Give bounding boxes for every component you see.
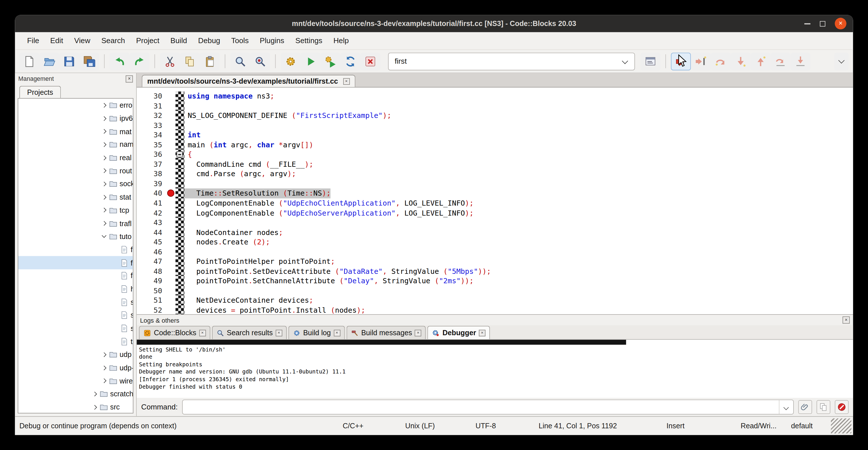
line-number[interactable]: 48	[137, 266, 167, 276]
fold-margin[interactable]	[176, 276, 184, 286]
maximize-icon[interactable]	[820, 21, 825, 26]
fold-margin[interactable]	[176, 150, 184, 160]
tree-item[interactable]: real	[18, 151, 133, 164]
build-target-options-button[interactable]	[641, 52, 660, 70]
fold-margin[interactable]	[176, 237, 184, 247]
undo-button[interactable]	[110, 52, 129, 70]
code-text[interactable]	[184, 179, 188, 189]
code-line[interactable]: 50	[137, 286, 853, 296]
line-number[interactable]: 42	[137, 208, 167, 218]
code-text[interactable]: NodeContainer nodes;	[184, 228, 283, 237]
command-dropdown-button[interactable]	[779, 400, 793, 414]
code-line[interactable]: 43	[137, 218, 853, 228]
fold-minus-icon[interactable]	[177, 151, 183, 157]
tree-item[interactable]: src	[18, 400, 133, 414]
code-text[interactable]	[184, 101, 188, 111]
line-number[interactable]: 44	[137, 228, 167, 237]
breakpoint-margin[interactable]	[167, 266, 176, 276]
fold-margin[interactable]	[176, 101, 184, 111]
build-button[interactable]	[281, 52, 301, 70]
cut-button[interactable]	[160, 52, 180, 70]
fold-margin[interactable]	[176, 179, 184, 189]
breakpoint-margin[interactable]	[167, 130, 176, 140]
breakpoint-margin[interactable]	[167, 150, 176, 160]
command-input[interactable]	[182, 399, 794, 414]
tab-close-icon[interactable]	[276, 330, 282, 336]
breakpoint-margin[interactable]	[167, 218, 176, 228]
breakpoint-icon[interactable]	[167, 190, 174, 197]
fold-margin[interactable]	[176, 140, 184, 150]
close-panel-icon[interactable]	[126, 75, 133, 82]
tab-projects[interactable]: Projects	[20, 86, 61, 98]
code-text[interactable]: LogComponentEnable ("UdpEchoClientApplic…	[184, 199, 474, 208]
menu-item[interactable]: Plugins	[254, 32, 290, 50]
tree-item[interactable]: wire	[18, 374, 133, 387]
expander-chevron-icon[interactable]	[113, 260, 118, 266]
line-number[interactable]: 34	[137, 130, 167, 140]
fold-margin[interactable]	[176, 120, 184, 130]
tree-item[interactable]: se	[18, 309, 133, 322]
menu-item[interactable]: View	[69, 32, 96, 50]
fold-margin[interactable]	[176, 160, 184, 169]
code-line[interactable]: 35 main (int argc, char *argv[])	[137, 140, 853, 150]
tab-close-icon[interactable]	[334, 330, 340, 336]
debugger-output[interactable]: Setting SHELL to '/bin/sh' done Setting …	[137, 340, 853, 398]
expander-chevron-icon[interactable]	[113, 286, 118, 292]
code-line[interactable]: 34 int	[137, 130, 853, 140]
code-text[interactable]: devices = pointToPoint.Install (nodes);	[184, 305, 365, 314]
expander-chevron-icon[interactable]	[113, 273, 118, 279]
code-text[interactable]: NS_LOG_COMPONENT_DEFINE ("FirstScriptExa…	[184, 111, 391, 120]
log-tab[interactable]: Build log	[288, 326, 345, 339]
expander-chevron-icon[interactable]	[92, 404, 98, 410]
tree-item[interactable]: rout	[18, 164, 133, 177]
expander-chevron-icon[interactable]	[101, 220, 107, 227]
tree-item[interactable]: se	[18, 296, 133, 309]
fold-margin[interactable]	[176, 189, 184, 199]
fold-margin[interactable]	[176, 130, 184, 140]
save-file-button[interactable]	[59, 52, 79, 70]
line-number[interactable]: 31	[137, 101, 167, 111]
expander-chevron-icon[interactable]	[101, 155, 107, 161]
code-line[interactable]: 32 NS_LOG_COMPONENT_DEFINE ("FirstScript…	[137, 111, 853, 120]
code-line[interactable]: 40 Time::SetResolution (Time::NS);	[137, 189, 853, 199]
expander-chevron-icon[interactable]	[113, 325, 118, 331]
expander-chevron-icon[interactable]	[92, 391, 98, 397]
tree-item[interactable]: fir	[18, 256, 133, 269]
code-line[interactable]: 44 NodeContainer nodes;	[137, 228, 853, 237]
code-text[interactable]: using namespace ns3;	[184, 91, 274, 101]
line-number[interactable]: 40	[137, 189, 167, 199]
expander-chevron-icon[interactable]	[101, 352, 107, 358]
code-line[interactable]: 39	[137, 179, 853, 189]
breakpoint-margin[interactable]	[167, 160, 176, 169]
line-number[interactable]: 50	[137, 286, 167, 296]
line-number[interactable]: 41	[137, 199, 167, 208]
menu-item[interactable]: Build	[165, 32, 193, 50]
line-number[interactable]: 51	[137, 296, 167, 305]
project-tree[interactable]: erro ipv6 mat	[18, 98, 133, 414]
code-line[interactable]: 31	[137, 101, 853, 111]
breakpoint-margin[interactable]	[167, 120, 176, 130]
fold-margin[interactable]	[176, 247, 184, 257]
expander-chevron-icon[interactable]	[101, 234, 107, 240]
menu-item[interactable]: File	[22, 32, 45, 50]
menu-item[interactable]: Debug	[193, 32, 226, 50]
copy-log-button[interactable]	[817, 400, 831, 414]
code-text[interactable]: pointToPoint.SetDeviceAttribute ("DataRa…	[184, 266, 491, 276]
fold-margin[interactable]	[176, 257, 184, 266]
title-bar[interactable]: mnt/dev/tools/source/ns-3-dev/examples/t…	[15, 15, 853, 32]
tab-close-icon[interactable]	[199, 330, 206, 336]
code-text[interactable]: LogComponentEnable ("UdpEchoServerApplic…	[184, 208, 474, 218]
abort-build-button[interactable]	[361, 52, 380, 70]
tree-item[interactable]: fo	[18, 269, 133, 282]
tree-item[interactable]: erro	[18, 98, 133, 112]
tree-item[interactable]: sock	[18, 177, 133, 190]
breakpoint-margin[interactable]	[167, 208, 176, 218]
tree-item[interactable]: stat	[18, 190, 133, 204]
tab-close-icon[interactable]	[415, 330, 422, 336]
step-into-button[interactable]	[731, 52, 751, 70]
code-text[interactable]: nodes.Create (2);	[184, 237, 270, 247]
expander-chevron-icon[interactable]	[101, 115, 107, 121]
code-text[interactable]: int	[184, 130, 200, 140]
breakpoint-margin[interactable]	[167, 296, 176, 305]
find-button[interactable]	[230, 52, 250, 70]
